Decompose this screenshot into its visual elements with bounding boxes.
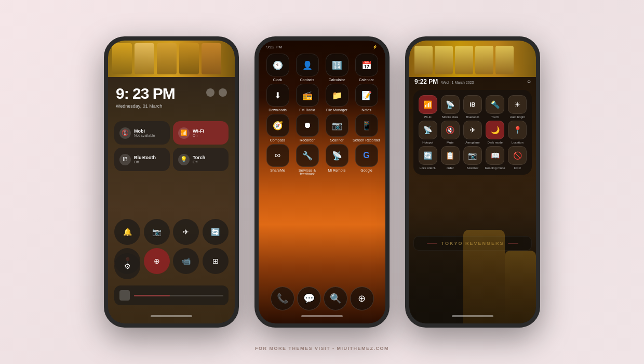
- camera-btn[interactable]: 📷: [144, 219, 170, 245]
- mobile-data-toggle[interactable]: 📵 Mobi Not available: [114, 121, 170, 145]
- mobile-data-label: Mobi: [134, 128, 155, 134]
- torch-icon: 💡: [178, 154, 190, 165]
- qs-auto-brightness[interactable]: ☀ Auto bright: [507, 95, 528, 119]
- anime-char-1: [112, 43, 132, 74]
- torch-labels: Torch Off: [193, 155, 205, 164]
- rotate-btn[interactable]: 🔄: [203, 219, 229, 245]
- app-file-manager[interactable]: 📁 File Manager: [323, 84, 351, 112]
- qs-dark-mode[interactable]: 🌙 Dark mode: [485, 121, 505, 144]
- qs-dnd-icon: 🚫: [508, 146, 527, 165]
- expand-btn[interactable]: ⊞: [203, 248, 229, 274]
- scanner-app-label: Scanner: [330, 138, 343, 142]
- phone-3-header-chars: [414, 46, 514, 74]
- focus-btn[interactable]: ⊕: [144, 248, 170, 274]
- phone-1-time: 9: 23 PM: [116, 85, 175, 102]
- dock-menu[interactable]: ⊕: [350, 287, 374, 310]
- settings-btn[interactable]: ⚙: [114, 253, 140, 279]
- qs-mobile-data-label: Mobile data: [442, 115, 458, 119]
- app-mi-remote[interactable]: 📡 Mi Remote: [323, 144, 351, 176]
- qs-wifi[interactable]: 📶 Wi-Fi: [418, 95, 438, 119]
- qs-order[interactable]: 📋 order: [440, 146, 460, 170]
- app-calendar[interactable]: 📅 Calendar: [353, 54, 380, 82]
- app-scanner[interactable]: 📷 Scanner: [323, 114, 351, 142]
- anime-char-3: [157, 43, 177, 74]
- qs-mobile-data[interactable]: 📡 Mobile data: [440, 95, 460, 119]
- phone-3-header: [409, 41, 536, 77]
- bluetooth-toggle[interactable]: IB Bluetooth Off: [114, 148, 170, 171]
- app-notes[interactable]: 📝 Notes: [353, 84, 380, 112]
- alarm-btn[interactable]: 🔔: [114, 219, 140, 245]
- phone-1-screen: 9: 23 PM Wednesday, 01 March 📵 Mobi Not …: [108, 41, 235, 323]
- phone-1-date: Wednesday, 01 March: [116, 103, 175, 109]
- music-progress-fill: [134, 295, 170, 296]
- app-clock[interactable]: 🕙 Clock: [264, 54, 291, 82]
- qs-location-icon: 📍: [508, 121, 527, 139]
- fm-radio-app-icon: 📻: [296, 84, 319, 107]
- app-fm-radio[interactable]: 📻 FM Radio: [293, 84, 321, 112]
- app-calculator[interactable]: 🔢 Calculator: [323, 54, 351, 82]
- qs-hotspot-icon: 📡: [419, 121, 437, 139]
- bluetooth-icon: IB: [119, 154, 131, 165]
- bluetooth-labels: Bluetooth Off: [134, 155, 156, 164]
- p3-char-5: [495, 46, 514, 74]
- app-screen-recorder[interactable]: 📱 Screen Recorder: [353, 114, 380, 142]
- qs-lock-orient[interactable]: 🔄 Lock orient.: [418, 146, 438, 170]
- send-btn[interactable]: ✈: [173, 219, 199, 245]
- mi-remote-app-icon: 📡: [326, 144, 348, 167]
- gear-icon[interactable]: ⚙: [527, 80, 531, 84]
- qs-bluetooth[interactable]: IB Bluetooth: [462, 95, 482, 119]
- qs-aeroplane[interactable]: ✈ Aeroplane: [462, 121, 482, 144]
- notes-app-label: Notes: [361, 108, 371, 112]
- app-compass[interactable]: 🧭 Compass: [264, 114, 291, 142]
- qs-bluetooth-label: Bluetooth: [466, 115, 479, 119]
- qs-wifi-icon: 📶: [419, 95, 437, 114]
- qs-scanner-2[interactable]: 📷 Scanner: [462, 146, 482, 170]
- torch-toggle[interactable]: 💡 Torch Off: [173, 148, 229, 171]
- dock-search[interactable]: 🔍: [324, 287, 347, 310]
- screen-recorder-app-label: Screen Recorder: [353, 138, 380, 142]
- video-btn[interactable]: 📹: [173, 248, 199, 274]
- home-indicator-3[interactable]: [452, 315, 493, 317]
- app-recorder[interactable]: ⏺ Recorder: [293, 114, 321, 142]
- phones-container: 9: 23 PM Wednesday, 01 March 📵 Mobi Not …: [104, 36, 540, 328]
- phone-3-status-icons: ⚙: [527, 78, 531, 85]
- p3-char-1: [414, 46, 433, 74]
- app-google[interactable]: G Google: [353, 144, 380, 176]
- app-contacts[interactable]: 👤 Contacts: [293, 54, 321, 82]
- google-app-label: Google: [360, 168, 372, 172]
- dock-phone[interactable]: 📞: [271, 287, 294, 310]
- qs-order-icon: 📋: [441, 146, 460, 165]
- home-indicator-1[interactable]: [151, 315, 192, 317]
- wifi-toggle[interactable]: 📶 Wi-Fi On: [173, 121, 229, 145]
- home-indicator-2[interactable]: [301, 315, 343, 317]
- qs-mute[interactable]: 🔇 Mute: [440, 121, 460, 144]
- app-shareme[interactable]: ∞ ShareMe: [264, 144, 291, 176]
- qs-reading-mode[interactable]: 📖 Reading mode: [485, 146, 505, 170]
- dock-messages[interactable]: 💬: [297, 287, 321, 310]
- fm-radio-app-label: FM Radio: [299, 108, 315, 112]
- phone-3: 9:22 PM Wed | 1 March 2023 ⚙ 📶 Wi-Fi: [405, 36, 540, 328]
- phone-3-status-bar: 9:22 PM Wed | 1 March 2023 ⚙: [414, 78, 531, 85]
- bluetooth-label: Bluetooth: [134, 155, 156, 160]
- services-app-label: Services & feedback: [293, 168, 321, 176]
- phone-3-background: 9:22 PM Wed | 1 March 2023 ⚙ 📶 Wi-Fi: [409, 41, 536, 323]
- app-downloads[interactable]: ⬇ Downloads: [264, 84, 291, 112]
- qs-hotspot[interactable]: 📡 Hotspot: [418, 121, 438, 144]
- qs-location[interactable]: 📍 Location: [507, 121, 528, 144]
- compass-app-label: Compass: [270, 138, 286, 142]
- p3-char-2: [435, 46, 453, 74]
- qs-aeroplane-label: Aeroplane: [465, 141, 479, 144]
- wifi-labels: Wi-Fi On: [193, 128, 204, 137]
- control-center-grid: 📵 Mobi Not available 📶 Wi-Fi On: [114, 121, 229, 171]
- anime-char-2: [135, 43, 154, 74]
- music-player[interactable]: [114, 285, 229, 305]
- screen-recorder-app-icon: 📱: [355, 114, 378, 137]
- qs-dnd[interactable]: 🚫 DND: [507, 146, 528, 170]
- qs-torch[interactable]: 🔦 Torch: [485, 95, 505, 119]
- anime-chars-1: [108, 43, 225, 74]
- qs-location-label: Location: [512, 141, 524, 144]
- app-services[interactable]: 🔧 Services & feedback: [293, 144, 321, 176]
- phone-1-status-icons: [206, 88, 227, 97]
- qs-mute-label: Mute: [447, 141, 453, 144]
- anime-char-5: [202, 43, 221, 74]
